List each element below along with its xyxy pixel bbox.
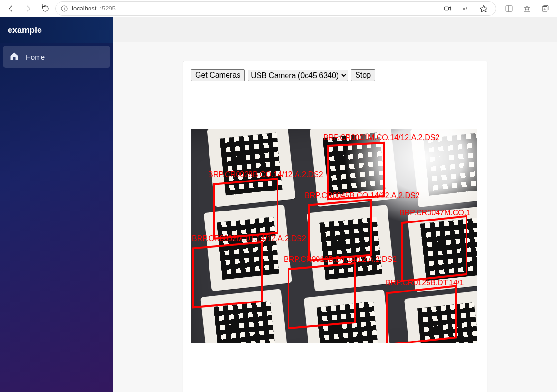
url-port: :5295 [100, 5, 116, 12]
datamatrix-code [423, 132, 477, 195]
address-bar[interactable]: localhost:5295 A⁾ [55, 1, 496, 16]
svg-marker-6 [480, 5, 487, 12]
datamatrix-code [217, 217, 279, 280]
url-host: localhost [72, 5, 96, 12]
datamatrix-cell [404, 291, 477, 343]
datamatrix-cell [410, 129, 477, 207]
sidebar: example Home [0, 17, 113, 392]
site-info-icon[interactable] [60, 5, 68, 12]
sidebar-item-home[interactable]: Home [3, 46, 110, 68]
refresh-button[interactable] [38, 1, 52, 16]
camera-permission-icon[interactable] [440, 1, 455, 16]
datamatrix-code [323, 132, 386, 195]
browser-toolbar: localhost:5295 A⁾ [0, 0, 557, 17]
read-aloud-icon[interactable]: A⁾ [458, 1, 473, 16]
datamatrix-cell [407, 206, 477, 292]
datamatrix-cell [303, 290, 392, 343]
get-cameras-button[interactable]: Get Cameras [191, 69, 245, 81]
camera-card: Get Cameras USB Camera (0c45:6340) Stop … [183, 61, 487, 392]
datamatrix-code [420, 218, 477, 281]
datamatrix-code [417, 302, 477, 343]
datamatrix-code [319, 217, 382, 280]
sidebar-item-label: Home [26, 53, 45, 61]
forward-button[interactable] [21, 1, 35, 16]
datamatrix-cell [309, 129, 398, 207]
main-content: Get Cameras USB Camera (0c45:6340) Stop … [113, 17, 557, 392]
stop-button[interactable]: Stop [351, 69, 375, 81]
split-screen-icon[interactable] [501, 1, 517, 16]
header-strip [113, 17, 557, 42]
svg-text:A⁾: A⁾ [462, 6, 467, 11]
datamatrix-cell [200, 289, 289, 343]
svg-marker-9 [525, 5, 530, 10]
video-preview: BRP.CR0001M.CO.14/12.A.2.DS2BRP.CR0028B.… [191, 129, 477, 343]
camera-controls: Get Cameras USB Camera (0c45:6340) Stop [191, 69, 479, 81]
home-icon [10, 51, 19, 62]
datamatrix-code [219, 132, 282, 195]
favorites-list-icon[interactable] [519, 1, 535, 16]
code-sheet [191, 129, 477, 343]
camera-select[interactable]: USB Camera (0c45:6340) [248, 70, 348, 81]
datamatrix-code [317, 302, 379, 343]
datamatrix-cell [207, 129, 295, 207]
nav: Home [0, 43, 113, 70]
svg-marker-4 [448, 7, 451, 10]
svg-rect-3 [444, 7, 448, 10]
datamatrix-cell [204, 205, 292, 291]
favorite-icon[interactable] [477, 1, 491, 16]
app-brand[interactable]: example [0, 17, 113, 43]
datamatrix-cell [307, 205, 395, 291]
datamatrix-code [213, 301, 276, 343]
back-button[interactable] [4, 1, 18, 16]
collections-icon[interactable] [537, 1, 553, 16]
svg-point-2 [64, 7, 64, 7]
